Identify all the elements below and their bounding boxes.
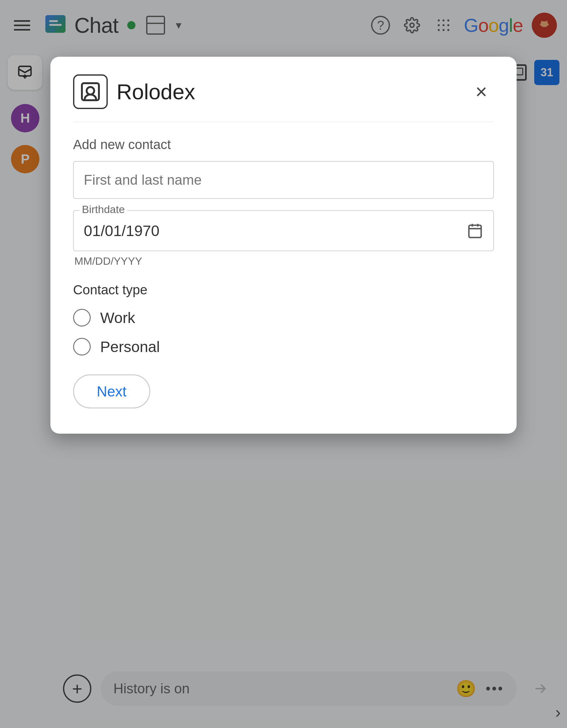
modal-header: Rolodex ×: [73, 74, 494, 122]
rolodex-modal: Rolodex × Add new contact Birthdate 01/0…: [50, 57, 517, 434]
svg-rect-34: [469, 225, 481, 238]
radio-personal-label: Personal: [100, 338, 160, 355]
radio-work-label: Work: [100, 309, 135, 326]
birthdate-field-wrapper: Birthdate 01/01/1970: [73, 210, 494, 251]
modal-title-group: Rolodex: [73, 74, 195, 109]
modal-close-button[interactable]: ×: [469, 79, 494, 104]
next-button[interactable]: Next: [73, 374, 150, 408]
modal-overlay: Rolodex × Add new contact Birthdate 01/0…: [0, 0, 567, 728]
add-contact-section-label: Add new contact: [73, 137, 494, 152]
modal-title: Rolodex: [117, 79, 195, 104]
svg-point-33: [87, 87, 94, 95]
radio-work-circle: [73, 309, 91, 326]
birthdate-value: 01/01/1970: [84, 222, 159, 240]
name-input[interactable]: [73, 161, 494, 199]
modal-app-icon: [73, 74, 108, 109]
radio-personal-circle: [73, 338, 91, 355]
date-format-hint: MM/DD/YYYY: [73, 255, 494, 267]
calendar-icon: [467, 222, 483, 239]
radio-personal[interactable]: Personal: [73, 338, 494, 355]
radio-work[interactable]: Work: [73, 309, 494, 326]
contact-type-label: Contact type: [73, 282, 494, 298]
birthdate-input[interactable]: 01/01/1970: [73, 210, 494, 251]
contact-type-radio-group: Work Personal: [73, 309, 494, 355]
birthdate-label: Birthdate: [79, 203, 127, 216]
